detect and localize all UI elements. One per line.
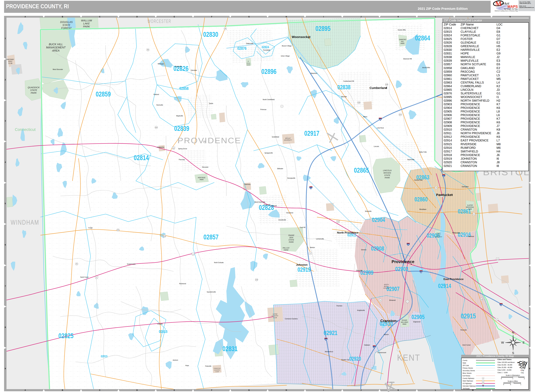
- svg-text:•City: •City: [520, 366, 526, 369]
- svg-text:Branch Village: Branch Village: [282, 45, 292, 47]
- svg-text:H: H: [286, 389, 287, 391]
- svg-text:F: F: [211, 389, 212, 391]
- svg-text:CEMETERY: CEMETERY: [435, 236, 442, 238]
- svg-text:7: 7: [5, 285, 6, 287]
- svg-text:1: 1: [512, 378, 513, 379]
- svg-text:Cumberland: Cumberland: [369, 86, 387, 89]
- svg-text:Lime Rock: Lime Rock: [377, 127, 384, 129]
- svg-text:PARK: PARK: [246, 64, 250, 66]
- svg-text:I: I: [323, 389, 324, 391]
- svg-text:9: 9: [529, 368, 530, 370]
- svg-text:02815: 02815: [159, 329, 167, 334]
- svg-text:STATE: STATE: [384, 174, 390, 176]
- svg-text:Auburn: Auburn: [384, 334, 389, 335]
- svg-text:95: 95: [374, 346, 375, 348]
- svg-text:STATE: STATE: [289, 239, 294, 241]
- svg-text:44: 44: [337, 221, 339, 223]
- svg-text:2: 2: [398, 349, 399, 350]
- svg-text:WOODS: WOODS: [383, 172, 391, 174]
- svg-text:02905: 02905: [412, 314, 425, 320]
- svg-text:Foster: Foster: [88, 227, 93, 229]
- svg-text:COUNTRY: COUNTRY: [272, 315, 279, 317]
- svg-text:Waterford: Waterford: [311, 73, 317, 74]
- svg-text:02921: 02921: [324, 329, 337, 336]
- svg-text:126: 126: [385, 84, 388, 85]
- svg-text:East Providence: East Providence: [444, 278, 464, 280]
- svg-text:Scale in Miles: Scale in Miles: [508, 380, 518, 382]
- svg-text:4: 4: [529, 161, 530, 163]
- svg-text:Grants Mills: Grants Mills: [398, 29, 406, 31]
- svg-text:Pawtucket: Pawtucket: [436, 193, 453, 197]
- svg-text:ALPINE: ALPINE: [272, 313, 278, 315]
- svg-text:DOUGLAS: DOUGLAS: [60, 21, 73, 23]
- svg-text:Union Village: Union Village: [281, 55, 290, 57]
- svg-text:02838: 02838: [337, 84, 350, 90]
- svg-text:Darlington: Darlington: [462, 186, 469, 187]
- svg-text:Hope: Hope: [185, 365, 189, 366]
- svg-text:Lymansville: Lymansville: [316, 238, 324, 240]
- svg-text:West Glocester: West Glocester: [53, 69, 63, 70]
- svg-text:Tarkiln: Tarkiln: [209, 103, 213, 104]
- svg-text:Primrose: Primrose: [260, 109, 266, 110]
- svg-text:Olneyville: Olneyville: [356, 270, 363, 271]
- svg-text:Richmond: Richmond: [179, 283, 186, 285]
- svg-text:195: 195: [500, 304, 502, 306]
- svg-text:Fiskeville: Fiskeville: [205, 365, 211, 367]
- svg-text:NORTH: NORTH: [384, 284, 389, 285]
- svg-text:02920: 02920: [349, 356, 361, 362]
- svg-text:HILL: HILL: [401, 41, 404, 42]
- svg-text:Lincoln: Lincoln: [374, 145, 379, 147]
- svg-text:7: 7: [529, 285, 530, 287]
- svg-text:02859: 02859: [96, 90, 111, 98]
- svg-text:1: 1: [520, 384, 521, 385]
- svg-text:Albion: Albion: [363, 116, 367, 118]
- svg-text:Clayville: Clayville: [157, 323, 163, 325]
- svg-text:GOAL: GOAL: [246, 62, 250, 64]
- svg-text:FOREST: FOREST: [61, 27, 72, 30]
- svg-text:Valley Falls: Valley Falls: [419, 151, 427, 153]
- svg-text:44: 44: [497, 258, 498, 260]
- svg-text:98: 98: [147, 49, 149, 51]
- svg-text:PARK: PARK: [468, 208, 472, 210]
- svg-text:Kent Corner: Kent Corner: [463, 344, 471, 346]
- svg-text:North Foster: North Foster: [80, 276, 89, 278]
- svg-text:02860: 02860: [415, 196, 428, 203]
- svg-text:Diamond Hill: Diamond Hill: [403, 58, 412, 60]
- svg-text:295: 295: [379, 119, 381, 120]
- svg-text:2: 2: [529, 79, 530, 81]
- svg-text:BUCK HILL: BUCK HILL: [49, 43, 63, 46]
- svg-text:3: 3: [5, 120, 6, 122]
- svg-text:Thornton: Thornton: [336, 305, 342, 307]
- svg-text:CLUB: CLUB: [215, 371, 219, 372]
- svg-text:N: N: [512, 331, 514, 334]
- svg-text:295: 295: [310, 187, 312, 189]
- svg-text:0: 0: [503, 384, 504, 385]
- svg-text:STATE: STATE: [62, 24, 71, 27]
- svg-text:Greenville: Greenville: [264, 204, 270, 206]
- svg-text:295: 295: [325, 339, 327, 341]
- svg-text:TF GREEN: TF GREEN: [387, 382, 394, 383]
- svg-text:PARK: PARK: [31, 92, 37, 94]
- svg-text:DIAMOND: DIAMOND: [399, 39, 406, 40]
- svg-text:8: 8: [5, 326, 6, 328]
- svg-text:SWAN: SWAN: [436, 233, 440, 234]
- svg-text:Woodville: Woodville: [365, 210, 372, 212]
- svg-text:North Providence: North Providence: [337, 231, 358, 234]
- svg-text:POINT: POINT: [436, 234, 441, 236]
- svg-text:Johnston: Johnston: [296, 263, 308, 266]
- svg-text:Scale in Kilometers: Scale in Kilometers: [506, 374, 520, 376]
- svg-text:02876: 02876: [237, 46, 246, 51]
- svg-text:123: 123: [482, 383, 484, 384]
- svg-text:BRYANT: BRYANT: [285, 137, 291, 139]
- svg-text:MEMORIAL: MEMORIAL: [466, 206, 474, 208]
- svg-text:WALLUM: WALLUM: [81, 19, 92, 22]
- svg-text:103: 103: [480, 299, 483, 300]
- svg-text:SLATER: SLATER: [467, 205, 473, 206]
- svg-text:Cities 1 - 4,999: Cities 1 - 4,999: [497, 372, 508, 373]
- svg-text:Glendale: Glendale: [191, 70, 197, 71]
- svg-text:2: 2: [5, 79, 6, 81]
- svg-text:1: 1: [529, 37, 530, 39]
- svg-text:123: 123: [482, 378, 484, 379]
- svg-text:WILLIAMS: WILLIAMS: [401, 322, 408, 323]
- svg-text:Phillipsdale: Phillipsdale: [452, 232, 460, 234]
